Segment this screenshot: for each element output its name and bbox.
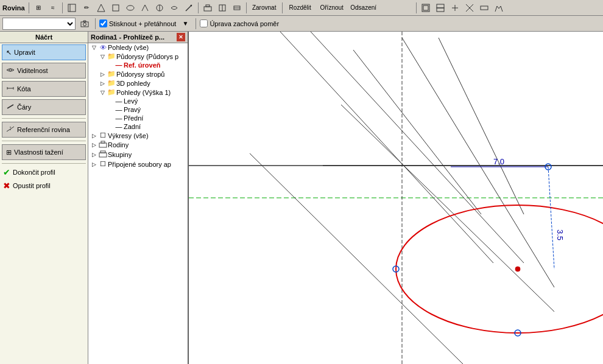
view-dropdown[interactable] — [2, 18, 76, 30]
svg-marker-25 — [83, 21, 86, 22]
separator-6 — [416, 2, 417, 13]
dokoncit-btn[interactable]: ✔ Dokončit profil — [0, 166, 88, 179]
tree-item-zadni[interactable]: — Zadní — [88, 122, 188, 131]
uprava-label: Úprava zachová poměr — [210, 20, 279, 27]
separator-2 — [62, 2, 63, 13]
uprava-checkbox[interactable] — [200, 19, 208, 27]
svg-rect-35 — [101, 141, 105, 143]
filter-btn[interactable]: ▼ — [178, 17, 192, 30]
panel-divider-2 — [2, 141, 86, 141]
rozdelit-btn[interactable]: Oříznout — [317, 1, 347, 15]
svg-rect-0 — [68, 4, 76, 12]
expand-icon-stropu: ▷ — [98, 71, 107, 77]
cary-label: Čáry — [17, 103, 31, 111]
uprava-checkbox-label[interactable]: Úprava zachová poměr — [200, 19, 279, 27]
separator-5 — [282, 2, 283, 13]
tool-btn-6[interactable] — [138, 1, 152, 15]
tool-btn-5[interactable] — [124, 1, 137, 15]
tree-header: Rodina1 - Prohlízeč p... ✕ — [88, 32, 188, 43]
cary-btn[interactable]: Čáry — [2, 99, 86, 115]
stisknout-checkbox-label[interactable]: Stisknout + přetáhnout — [99, 19, 176, 27]
vlastnosti-icon: ⊞ — [6, 149, 12, 156]
upravit-btn[interactable]: ↖ Upravit — [2, 44, 86, 60]
expand-icon-3d: ▷ — [98, 80, 107, 86]
svg-text:7.0: 7.0 — [493, 157, 504, 166]
icon-btn-e[interactable] — [478, 1, 491, 15]
tree-label-ref: Ref. úroveň — [124, 61, 161, 69]
icon-btn-a[interactable] — [419, 1, 432, 15]
svg-rect-18 — [437, 8, 444, 12]
expand-icon-pohledy: ▽ — [90, 44, 98, 51]
tool-btn-1[interactable] — [65, 1, 79, 15]
svg-line-31 — [7, 105, 13, 108]
dokoncit-label: Dokončit profil — [13, 169, 55, 176]
expand-icon-vyska: ▽ — [98, 89, 107, 96]
icon-btn-f[interactable] — [492, 1, 506, 15]
zarovnat-btn[interactable]: Rozdělit — [285, 1, 316, 15]
svg-text:3.5: 3.5 — [555, 229, 565, 240]
icon-btn-b[interactable] — [434, 1, 447, 15]
tool-btn-7[interactable] — [153, 1, 166, 15]
tree-item-pripojene[interactable]: ▷ ☐ Připojené soubory ap — [88, 159, 188, 169]
grid-icon-btn[interactable]: ⊞ — [32, 1, 45, 15]
svg-point-26 — [83, 23, 86, 26]
tree-close-btn[interactable]: ✕ — [177, 33, 185, 41]
tree-item-pohledy[interactable]: ▽ 👁 Pohledy (vše) — [88, 43, 188, 52]
folder-icon-3d: 📁 — [107, 79, 116, 87]
tree-item-pravy[interactable]: — Pravý — [88, 105, 188, 114]
tool-btn-8[interactable] — [168, 1, 181, 15]
canvas-svg: 7.0 3.5 — [189, 32, 603, 364]
tool-btn-3[interactable] — [94, 1, 108, 15]
viditelnost-btn[interactable]: Viditelnost — [2, 63, 86, 79]
tool-btn-10[interactable] — [201, 1, 214, 15]
icon-btn-c[interactable] — [448, 1, 462, 15]
tree-label-pripojene: Připojené soubory ap — [108, 161, 171, 168]
tree-title: Rodina1 - Prohlízeč p... — [91, 33, 164, 41]
nacrt-header: Náčrt — [0, 32, 88, 43]
icon-btn-d[interactable] — [463, 1, 476, 15]
tree-item-levy[interactable]: — Levý — [88, 97, 188, 105]
tree-item-rodiny[interactable]: ▷ Rodiny — [88, 140, 188, 150]
svg-rect-37 — [100, 151, 105, 153]
tree-item-refurovne[interactable]: — Ref. úroveň — [88, 61, 188, 69]
tool-btn-11[interactable] — [216, 1, 229, 15]
wave-icon-btn[interactable]: ≈ — [46, 1, 60, 15]
demolize-btn[interactable]: Zarovnat — [249, 1, 280, 15]
ref-rovina-icon — [6, 126, 15, 133]
oriznout-btn[interactable]: Odsazení — [348, 1, 379, 15]
tool-btn-4[interactable] — [109, 1, 122, 15]
odsazeni-btn[interactable] — [380, 1, 414, 15]
tree-item-3d[interactable]: ▷ 📁 3D pohledy — [88, 79, 188, 88]
upravit-icon: ↖ — [6, 49, 12, 57]
kota-btn[interactable]: Kóta — [2, 81, 86, 97]
canvas-area[interactable]: 7.0 3.5 — [189, 32, 603, 364]
tree-item-predni[interactable]: — Přední — [88, 114, 188, 122]
cary-icon — [6, 103, 15, 111]
tree-label-pravy: Pravý — [124, 106, 141, 113]
svg-point-4 — [127, 5, 134, 10]
tool-btn-12[interactable] — [230, 1, 244, 15]
tree-item-vykresy[interactable]: ▷ ☐ Výkresy (vše) — [88, 131, 188, 140]
tree-item-pudorysy-stropu[interactable]: ▷ 📁 Půdorysy stropů — [88, 69, 188, 79]
ref-rovina-btn[interactable]: Referenční rovina — [2, 122, 86, 138]
svg-rect-16 — [423, 5, 428, 10]
tree-item-skupiny[interactable]: ▷ Skupiny — [88, 150, 188, 159]
tree-label-vykresy: Výkresy (vše) — [108, 132, 149, 139]
opustit-btn[interactable]: ✖ Opustit profil — [0, 179, 88, 192]
tree-item-pohledy-vyska[interactable]: ▽ 📁 Pohledy (Výška 1) — [88, 88, 188, 97]
opustit-icon: ✖ — [3, 181, 10, 191]
camera-btn[interactable] — [78, 17, 91, 30]
tree-label-levy: Levý — [124, 97, 138, 105]
expand-icon-ref — [105, 62, 114, 68]
vlastnosti-btn[interactable]: ⊞ Vlastnosti tažení — [2, 144, 86, 160]
kota-label: Kóta — [17, 85, 31, 93]
expand-icon-vykresy: ▷ — [90, 133, 98, 139]
svg-rect-36 — [99, 153, 107, 157]
skupiny-icon — [98, 150, 108, 159]
tree-item-pudorysy[interactable]: ▽ 📁 Půdorysy (Půdorys p — [88, 52, 188, 61]
expand-icon-zadni — [105, 124, 114, 130]
separator-4 — [246, 2, 247, 13]
tool-btn-9[interactable] — [182, 1, 196, 15]
stisknout-checkbox[interactable] — [99, 19, 107, 27]
tool-btn-2[interactable]: ✏ — [80, 1, 93, 15]
